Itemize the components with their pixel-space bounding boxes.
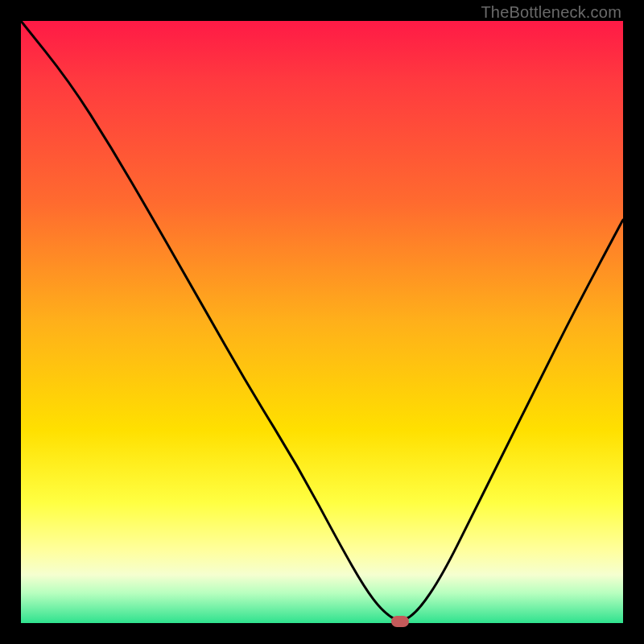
- chart-frame: TheBottleneck.com: [0, 0, 644, 644]
- minimum-marker: [391, 616, 409, 627]
- bottleneck-curve: [21, 21, 623, 623]
- watermark-text: TheBottleneck.com: [481, 3, 621, 22]
- chart-plot-area: [21, 21, 623, 623]
